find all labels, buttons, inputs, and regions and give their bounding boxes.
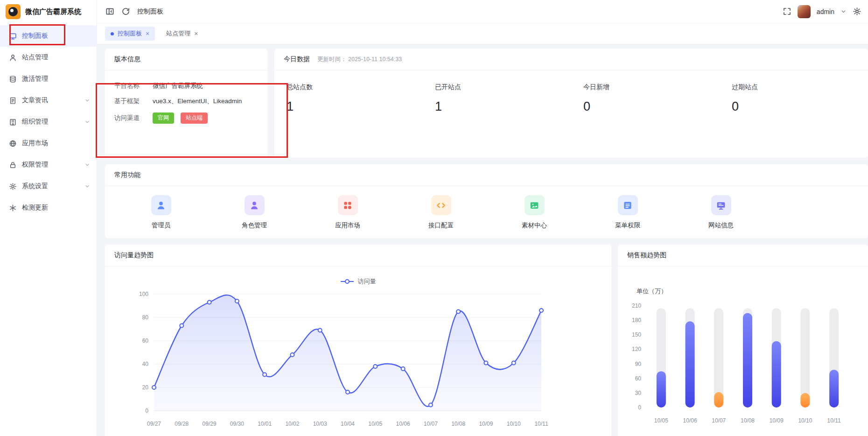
fn-menu-permission[interactable]: 菜单权限 — [581, 195, 674, 230]
panel-toggle-icon[interactable] — [105, 7, 114, 16]
svg-text:10/01: 10/01 — [258, 421, 272, 427]
fn-label: 应用市场 — [335, 221, 360, 230]
svg-text:10/10: 10/10 — [507, 421, 521, 427]
topbar: 控制面板 admin — [97, 0, 868, 23]
site-client-badge[interactable]: 站点端 — [181, 113, 208, 124]
svg-text:10/03: 10/03 — [313, 421, 327, 427]
chevron-down-icon — [84, 162, 90, 168]
fn-admin[interactable]: 管理员 — [114, 195, 208, 230]
stat-label: 过期站点 — [732, 83, 868, 91]
gear-icon[interactable] — [853, 7, 861, 16]
visits-trend-card: 访问量趋势图 访问量 02040608010009/2709/2809/2909… — [105, 245, 611, 436]
fn-label: 素材中心 — [522, 221, 547, 230]
chart-legend[interactable]: 访问量 — [105, 277, 611, 286]
fn-label: 接口配置 — [428, 221, 454, 230]
common-functions-row: 管理员 角色管理 应用市场 接口配置 素材中心 — [105, 186, 868, 230]
card-title: 常用功能 — [105, 164, 868, 186]
sidebar-item-articles[interactable]: 文章资讯 — [0, 90, 97, 111]
fn-material-center[interactable]: 素材中心 — [488, 195, 581, 230]
document-icon — [9, 97, 17, 105]
update-time: 更新时间： 2025-10-11 10:54:33 — [317, 56, 402, 63]
sidebar-item-permissions[interactable]: 权限管理 — [0, 154, 97, 176]
version-row: 平台名称 微信广告霸屏系统 — [114, 82, 258, 90]
svg-text:10/09: 10/09 — [770, 417, 784, 424]
svg-text:0: 0 — [638, 404, 641, 411]
card-title: 今日数据 — [284, 55, 310, 63]
version-info-card: 版本信息 平台名称 微信广告霸屏系统 基于框架 vue3.x、ElementUI… — [105, 49, 267, 158]
svg-text:10/05: 10/05 — [368, 421, 382, 427]
sidebar-item-sites[interactable]: 站点管理 — [0, 47, 97, 68]
svg-text:10/06: 10/06 — [683, 417, 697, 424]
row-label: 访问渠道 — [114, 114, 153, 122]
api-icon — [431, 195, 451, 215]
version-info-body: 平台名称 微信广告霸屏系统 基于框架 vue3.x、ElementUI、Like… — [105, 70, 267, 124]
sidebar: 微信广告霸屏系统 控制面板 站点管理 激活管理 文章资讯 组织管理 — [0, 0, 97, 436]
row-label: 平台名称 — [114, 82, 153, 90]
stat-label: 已开站点 — [435, 83, 571, 91]
svg-text:09/30: 09/30 — [230, 421, 244, 427]
tabstrip: 控制面板 × 站点管理 × — [97, 23, 868, 44]
sidebar-item-check-update[interactable]: 检测更新 — [0, 197, 97, 218]
today-stats: 总站点数 1 已开站点 1 今日新增 0 过期站点 0 — [274, 70, 868, 114]
tab-site-management[interactable]: 站点管理 × — [161, 27, 203, 41]
svg-text:150: 150 — [632, 331, 641, 338]
sales-bar-chart: 030609012015018021010/0510/0610/0710/081… — [618, 297, 868, 431]
tab-dashboard[interactable]: 控制面板 × — [105, 27, 155, 41]
fullscreen-icon[interactable] — [783, 7, 791, 16]
svg-text:100: 100 — [139, 291, 148, 297]
sidebar-item-settings[interactable]: 系统设置 — [0, 176, 97, 197]
fn-app-market[interactable]: 应用市场 — [301, 195, 394, 230]
svg-text:60: 60 — [142, 338, 149, 344]
fn-api-config[interactable]: 接口配置 — [394, 195, 488, 230]
sidebar-item-dashboard[interactable]: 控制面板 — [0, 25, 97, 47]
fn-label: 角色管理 — [242, 221, 267, 230]
user-icon — [9, 54, 17, 62]
svg-text:09/29: 09/29 — [203, 421, 217, 427]
username[interactable]: admin — [817, 8, 834, 15]
svg-text:10/02: 10/02 — [285, 421, 299, 427]
stat-value: 0 — [583, 99, 720, 114]
fn-roles[interactable]: 角色管理 — [208, 195, 301, 230]
lock-icon — [9, 161, 17, 169]
svg-text:120: 120 — [632, 346, 641, 352]
sidebar-item-organization[interactable]: 组织管理 — [0, 111, 97, 133]
refresh-icon[interactable] — [121, 7, 130, 16]
sidebar-item-activation[interactable]: 激活管理 — [0, 68, 97, 90]
chevron-down-icon — [84, 98, 90, 103]
monitor-icon — [9, 32, 17, 40]
svg-text:09/27: 09/27 — [147, 421, 161, 427]
today-data-card: 今日数据 更新时间： 2025-10-11 10:54:33 总站点数 1 已开… — [274, 49, 868, 158]
sidebar-item-label: 文章资讯 — [22, 96, 48, 105]
sidebar-item-label: 应用市场 — [22, 139, 48, 148]
sidebar-nav: 控制面板 站点管理 激活管理 文章资讯 组织管理 应用 — [0, 23, 97, 218]
app-logo-icon — [6, 4, 21, 19]
svg-text:10/11: 10/11 — [827, 417, 841, 424]
svg-text:10/09: 10/09 — [479, 421, 493, 427]
topbar-right: admin — [783, 5, 861, 18]
sidebar-item-label: 系统设置 — [22, 182, 48, 190]
stat-expired-sites: 过期站点 0 — [720, 83, 868, 114]
sidebar-item-label: 组织管理 — [22, 118, 48, 126]
card-title: 访问量趋势图 — [105, 245, 611, 267]
globe-icon — [9, 140, 17, 148]
sidebar-item-app-market[interactable]: 应用市场 — [0, 133, 97, 154]
market-icon — [338, 195, 358, 215]
line-legend-marker-icon — [341, 279, 354, 284]
avatar[interactable] — [798, 5, 811, 18]
stat-new-today: 今日新增 0 — [571, 83, 720, 114]
close-icon[interactable]: × — [194, 30, 198, 37]
chevron-down-icon[interactable] — [840, 8, 847, 14]
stat-open-sites: 已开站点 1 — [423, 83, 571, 114]
visits-line-chart: 02040608010009/2709/2809/2909/3010/0110/… — [105, 288, 611, 434]
stat-value: 0 — [732, 99, 868, 114]
stat-total-sites: 总站点数 1 — [274, 83, 423, 114]
gear-icon — [9, 183, 17, 190]
org-icon — [9, 118, 17, 126]
svg-text:80: 80 — [142, 314, 149, 321]
stat-label: 今日新增 — [583, 83, 720, 91]
fn-site-info[interactable]: 网站信息 — [674, 195, 768, 230]
eye-logo-icon — [8, 7, 18, 16]
close-icon[interactable]: × — [146, 30, 149, 37]
svg-text:10/10: 10/10 — [798, 417, 812, 424]
official-site-badge[interactable]: 官网 — [153, 113, 174, 124]
